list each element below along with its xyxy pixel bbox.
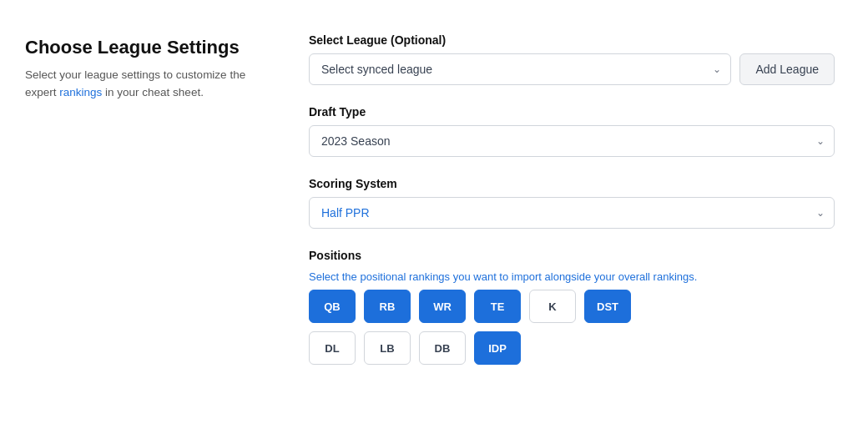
position-dst-button[interactable]: DST [584,290,631,323]
position-lb-button[interactable]: LB [364,331,411,365]
select-league-wrapper: Select synced league ⌄ [309,53,731,85]
select-league-group: Select League (Optional) Select synced l… [309,33,835,85]
positions-description: Select the positional rankings you want … [309,270,835,283]
scoring-system-wrapper: Half PPR PPR Standard ⌄ [309,197,835,229]
draft-type-group: Draft Type 2023 Season 2024 Season 2025 … [309,105,835,157]
page-container: Choose League Settings Select your leagu… [0,0,868,434]
position-k-button[interactable]: K [529,290,576,323]
select-league-label: Select League (Optional) [309,33,835,47]
scoring-system-label: Scoring System [309,177,835,190]
positions-row-1: QB RB WR TE K DST [309,290,835,323]
positions-grid: QB RB WR TE K DST DL LB DB IDP [309,290,835,365]
position-qb-button[interactable]: QB [309,290,356,323]
draft-type-label: Draft Type [309,105,835,119]
rankings-link[interactable]: rankings [59,86,102,98]
select-league-dropdown[interactable]: Select synced league [309,53,731,85]
scoring-system-group: Scoring System Half PPR PPR Standard ⌄ [309,177,835,229]
draft-type-wrapper: 2023 Season 2024 Season 2025 Season ⌄ [309,125,835,157]
position-dl-button[interactable]: DL [309,331,356,365]
position-te-button[interactable]: TE [474,290,521,323]
add-league-button[interactable]: Add League [739,53,835,85]
select-league-row: Select synced league ⌄ Add League [309,53,835,85]
positions-label: Positions [309,249,835,262]
page-title: Choose League Settings [25,37,259,58]
left-panel: Choose League Settings Select your leagu… [25,33,259,401]
draft-type-dropdown[interactable]: 2023 Season 2024 Season 2025 Season [309,125,835,157]
position-rb-button[interactable]: RB [364,290,411,323]
right-panel: Select League (Optional) Select synced l… [309,33,835,401]
positions-group: Positions Select the positional rankings… [309,249,835,365]
page-description: Select your league settings to customize… [25,67,259,101]
position-idp-button[interactable]: IDP [474,331,521,365]
position-db-button[interactable]: DB [419,331,466,365]
positions-row-2: DL LB DB IDP [309,331,835,365]
scoring-system-dropdown[interactable]: Half PPR PPR Standard [309,197,835,229]
position-wr-button[interactable]: WR [419,290,466,323]
